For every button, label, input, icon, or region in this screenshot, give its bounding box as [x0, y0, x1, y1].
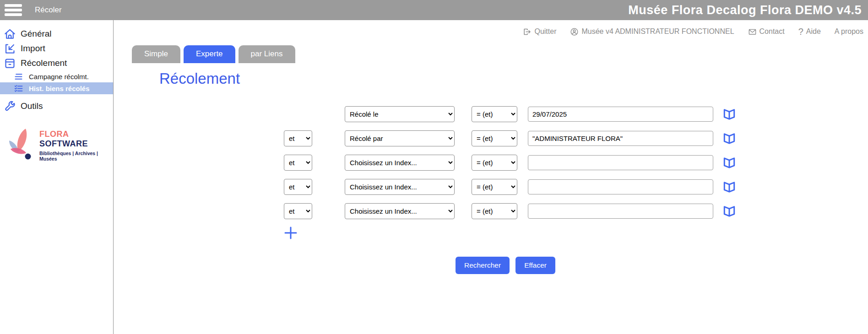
comparison-operator-select[interactable]: = (et) [472, 106, 517, 122]
utility-nav: Quitter Musée v4 ADMINISTRATEUR FONCTION… [114, 20, 868, 37]
search-criteria-row: et Récolé par = (et) [114, 126, 868, 151]
sidebar: Général Import Récolement Campagne récol… [0, 20, 114, 334]
criteria-value-input[interactable] [528, 179, 713, 194]
index-select[interactable]: Récolé par [345, 130, 455, 146]
logout-icon [523, 27, 532, 36]
sidebar-item-label: Hist. biens récolés [29, 85, 90, 92]
boolean-operator-select[interactable]: et [284, 130, 312, 146]
index-select[interactable]: Choisissez un Index... [345, 203, 455, 219]
checklist-icon [14, 84, 23, 93]
home-icon [4, 28, 16, 40]
archive-box-icon [4, 57, 16, 70]
search-criteria-row: Récolé le = (et) [114, 102, 868, 126]
contact-label: Contact [760, 27, 785, 36]
clear-button[interactable]: Effacer [515, 257, 555, 274]
sidebar-item-campagne-recolement[interactable]: Campagne récolmt. [0, 70, 113, 82]
comparison-operator-select[interactable]: = (et) [472, 130, 517, 146]
criteria-value-input[interactable] [528, 204, 713, 219]
open-index-book-icon[interactable] [722, 108, 736, 121]
user-icon [570, 27, 579, 36]
question-mark-icon: ? [798, 27, 803, 37]
quit-link[interactable]: Quitter [523, 27, 556, 36]
sidebar-item-outils[interactable]: Outils [0, 99, 113, 113]
logo-tagline: Bibliothèques | Archives | Musées [39, 151, 113, 162]
main-content: Quitter Musée v4 ADMINISTRATEUR FONCTION… [114, 20, 868, 334]
index-select[interactable]: Choisissez un Index... [345, 155, 455, 171]
about-link[interactable]: A propos [835, 27, 863, 36]
import-icon [4, 43, 16, 55]
criteria-value-input[interactable] [528, 131, 713, 146]
hamburger-menu-icon[interactable] [5, 3, 23, 17]
app-label: Récoler [35, 5, 62, 15]
open-index-book-icon[interactable] [722, 132, 736, 145]
help-link[interactable]: ? Aide [798, 27, 821, 37]
form-actions: Rechercher Effacer [456, 257, 868, 274]
sidebar-item-hist-biens-recoles[interactable]: Hist. biens récolés [0, 82, 113, 94]
logo-brand-secondary: SOFTWARE [39, 139, 88, 148]
window-title: Musée Flora Decalog Flora DEMO v4.5 [628, 3, 862, 17]
top-bar: Récoler Musée Flora Decalog Flora DEMO v… [0, 0, 868, 20]
search-criteria-row: et Choisissez un Index... = (et) [114, 151, 868, 175]
criteria-value-input[interactable] [528, 155, 713, 170]
page-title: Récolement [159, 70, 868, 87]
tab-par-liens[interactable]: par Liens [239, 45, 295, 63]
search-criteria-row: et Choisissez un Index... = (et) [114, 175, 868, 199]
boolean-operator-select[interactable]: et [284, 179, 312, 195]
sidebar-item-label: Outils [21, 101, 43, 111]
list-icon [14, 72, 23, 81]
open-index-book-icon[interactable] [722, 205, 736, 218]
sidebar-item-label: Récolement [21, 58, 67, 68]
boolean-operator-select[interactable]: et [284, 155, 312, 171]
contact-link[interactable]: Contact [748, 27, 785, 36]
expert-search-form: Récolé le = (et) et Récolé par = (et) [114, 102, 868, 223]
flora-software-logo: FLORA SOFTWARE Bibliothèques | Archives … [0, 126, 113, 165]
user-label: Musée v4 ADMINISTRATEUR FONCTIONNEL [581, 27, 734, 36]
help-label: Aide [806, 27, 821, 36]
index-select[interactable]: Récolé le [345, 106, 455, 122]
search-criteria-row: et Choisissez un Index... = (et) [114, 199, 868, 223]
tab-experte[interactable]: Experte [184, 45, 235, 63]
comparison-operator-select[interactable]: = (et) [472, 203, 517, 219]
wrench-icon [4, 100, 16, 113]
envelope-icon [748, 27, 757, 36]
about-label: A propos [835, 27, 863, 36]
flora-flower-icon [3, 126, 38, 165]
sidebar-item-label: Général [21, 29, 52, 39]
open-index-book-icon[interactable] [722, 180, 736, 194]
criteria-value-input[interactable] [528, 107, 713, 122]
user-account[interactable]: Musée v4 ADMINISTRATEUR FONCTIONNEL [570, 27, 734, 36]
sidebar-item-import[interactable]: Import [0, 41, 113, 56]
sidebar-item-general[interactable]: Général [0, 27, 113, 41]
index-select[interactable]: Choisissez un Index... [345, 179, 455, 195]
sidebar-item-recolement[interactable]: Récolement [0, 56, 113, 70]
add-criteria-row-button[interactable] [284, 226, 298, 240]
boolean-operator-select[interactable]: et [284, 203, 312, 219]
logo-brand-primary: FLORA [39, 129, 69, 139]
comparison-operator-select[interactable]: = (et) [472, 179, 517, 195]
search-mode-tabs: Simple Experte par Liens [132, 45, 868, 63]
sidebar-item-label: Campagne récolmt. [29, 73, 89, 81]
quit-label: Quitter [534, 27, 556, 36]
tab-simple[interactable]: Simple [132, 45, 180, 63]
comparison-operator-select[interactable]: = (et) [472, 155, 517, 171]
open-index-book-icon[interactable] [722, 156, 736, 170]
search-button[interactable]: Rechercher [456, 257, 510, 274]
sidebar-item-label: Import [21, 43, 45, 54]
